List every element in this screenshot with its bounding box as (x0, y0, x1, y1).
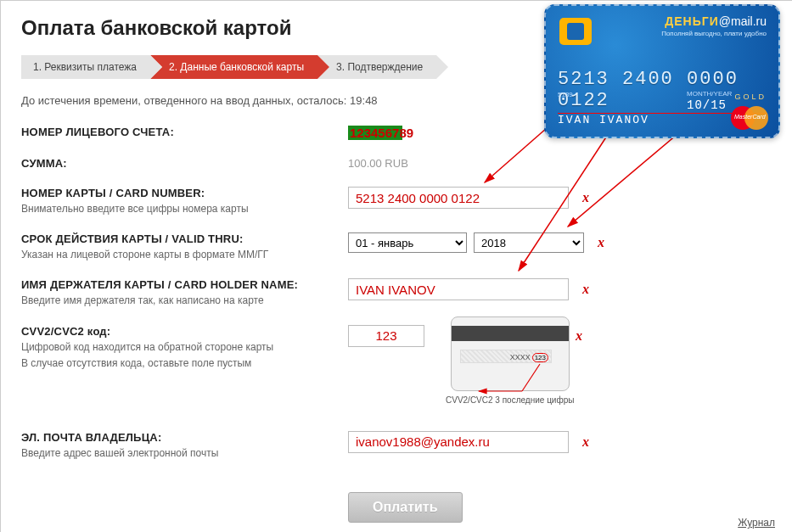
magstripe (452, 326, 569, 341)
card-illustration-number: 5213 2400 0000 0122 (558, 69, 767, 111)
card-number-hint: Внимательно введите все цифры номера кар… (21, 202, 338, 216)
email-input[interactable] (348, 431, 569, 453)
card-illustration-holder: IVAN IVANOV (558, 114, 649, 126)
card-back-illustration: XXXX123 (451, 316, 570, 391)
card-illustration-expiry: 10/15 (687, 98, 727, 112)
card-gold: GOLD (734, 92, 767, 101)
clear-cvv-icon[interactable]: x (576, 328, 582, 344)
card-front-illustration: ДЕНЬГИ@mail.ru Пополняй выгодно, плати у… (544, 4, 780, 138)
card-number-label: НОМЕР КАРТЫ / CARD NUMBER: (21, 187, 338, 199)
email-label: ЭЛ. ПОЧТА ВЛАДЕЛЬЦА: (21, 431, 338, 444)
card-back-caption: CVV2/CVC2 3 последние цифры (446, 395, 574, 405)
card-tagline: Пополняй выгодно, плати удобно (661, 30, 767, 37)
expiry-month-select[interactable]: 01 - январь (348, 232, 467, 253)
step-3: 3. Подтверждение (317, 55, 436, 79)
expiry-year-select[interactable]: 2018 (474, 232, 584, 253)
clear-expiry-icon[interactable]: x (598, 235, 604, 250)
amount-value: 100.00 RUB (348, 157, 408, 170)
cvv-hint-2: В случае отсутствия кода, оставьте поле … (21, 356, 338, 370)
amount-label: СУММА: (21, 157, 338, 170)
step-1: 1. Реквизиты платежа (21, 55, 150, 79)
valid-thru-label: СРОК ДЕЙСТВИЯ КАРТЫ / VALID THRU: (21, 232, 338, 245)
account-value: 123456789 (348, 126, 415, 140)
mastercard-icon: MasterCard (731, 106, 768, 130)
clear-holder-icon[interactable]: x (582, 282, 589, 297)
chip-icon (559, 18, 592, 45)
email-hint: Введите адрес вашей электронной почты (21, 446, 338, 460)
cvv-input[interactable] (348, 325, 424, 347)
pay-button[interactable]: Оплатить (348, 492, 463, 523)
clear-email-icon[interactable]: x (582, 434, 589, 450)
holder-label: ИМЯ ДЕРЖАТЕЛЯ КАРТЫ / CARD HOLDER NAME: (21, 278, 338, 291)
card-row4: 5189 (558, 91, 573, 98)
journal-link[interactable]: Журнал (738, 517, 775, 529)
account-label: НОМЕР ЛИЦЕВОГО СЧЕТА: (21, 126, 338, 138)
holder-hint: Введите имя держателя так, как написано … (21, 294, 338, 307)
cvv-hint-1: Цифровой код находится на обратной сторо… (21, 340, 338, 354)
card-brand: ДЕНЬГИ@mail.ru (665, 14, 767, 28)
card-number-input[interactable] (348, 187, 569, 209)
step-2-active: 2. Данные банковской карты (150, 55, 317, 79)
cvv-label: CVV2/CVC2 код: (21, 325, 338, 338)
clear-card-number-icon[interactable]: x (582, 190, 589, 205)
holder-input[interactable] (348, 278, 569, 300)
signature-strip: XXXX123 (460, 350, 552, 363)
valid-thru-hint: Указан на лицевой стороне карты в формат… (21, 248, 338, 261)
card-valid-label: MONTH/YEAR (687, 91, 732, 98)
